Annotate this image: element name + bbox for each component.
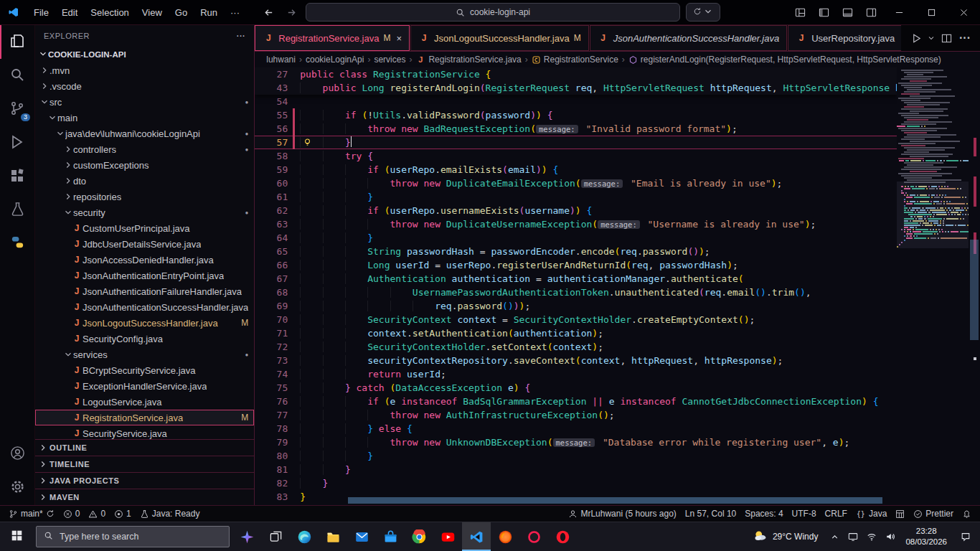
run-task-control[interactable] — [686, 3, 720, 22]
taskbar-app-widgets[interactable] — [232, 522, 261, 551]
display-icon[interactable] — [844, 532, 862, 542]
table-status[interactable] — [891, 506, 909, 522]
activity-search[interactable] — [0, 59, 34, 93]
code-line-69[interactable]: 69 req.password())); — [255, 299, 897, 313]
code-line-62[interactable]: 62 if (userRepo.usernameExists(username)… — [255, 204, 897, 217]
code-line-54[interactable]: 54 — [255, 95, 897, 108]
section-outline[interactable]: OUTLINE — [35, 439, 254, 456]
run-dropdown-icon[interactable] — [927, 33, 936, 43]
code-line-43[interactable]: 43 public Long registerAndLogin(Register… — [255, 81, 897, 95]
code-line-66[interactable]: 66 Long userId = userRepo.registerUserAn… — [255, 258, 897, 272]
tree-item-repositories[interactable]: repositories — [35, 189, 254, 204]
activity-accounts[interactable] — [0, 438, 34, 471]
code-line-67[interactable]: 67 Authentication authentication = authe… — [255, 272, 897, 286]
tree-item-exceptionhandlerservice-java[interactable]: JExceptionHandlerService.java — [35, 378, 254, 394]
code-line-60[interactable]: 60 throw new DuplicateEmailException(mes… — [255, 176, 897, 190]
command-center[interactable]: cookie-login-api — [306, 3, 680, 22]
back-icon[interactable] — [260, 7, 277, 18]
tab-userrepository-java[interactable]: JUserRepository.java — [788, 25, 901, 51]
eol-sequence[interactable]: CRLF — [821, 506, 852, 522]
tree-item-securityconfig-java[interactable]: JSecurityConfig.java — [35, 331, 254, 347]
code-line-76[interactable]: 76 if (e instanceof BadSqlGrammarExcepti… — [255, 395, 897, 408]
tree-item-java-dev-luhwani-cookieloginapi[interactable]: java\dev\luhwani\cookieLoginApi● — [35, 126, 254, 141]
activity-run-debug[interactable] — [0, 126, 34, 160]
notifications[interactable] — [958, 506, 976, 522]
taskbar-app-chrome[interactable] — [405, 522, 433, 551]
taskbar-app-youtube[interactable] — [433, 522, 462, 551]
sidebar-more-actions[interactable]: ··· — [237, 32, 246, 40]
tree-item-vscode[interactable]: .vscode — [35, 78, 254, 94]
split-editor-button[interactable] — [938, 33, 954, 44]
code-line-79[interactable]: 79 throw new UnknownDBException(message:… — [255, 435, 897, 449]
tree-item-registrationservice-java[interactable]: JRegistrationService.javaM — [35, 410, 254, 425]
activity-settings[interactable] — [0, 471, 34, 505]
taskbar-app-edge[interactable] — [290, 522, 319, 551]
code-line-56[interactable]: 56 throw new BadRequestException(message… — [255, 122, 897, 136]
tree-item-jsonauthenticationentrypoint-java[interactable]: JJsonAuthenticationEntryPoint.java — [35, 268, 254, 283]
code-line-59[interactable]: 59 if (userRepo.emailExists(email)) { — [255, 163, 897, 176]
code-line-63[interactable]: 63 throw new DuplicateUsernameException(… — [255, 217, 897, 231]
activity-python[interactable] — [0, 227, 34, 261]
errors[interactable]: 0 — [59, 506, 85, 522]
tree-item-dto[interactable]: dto — [35, 173, 254, 189]
tree-item-mvn[interactable]: .mvn — [35, 62, 254, 78]
run-java-button[interactable] — [908, 33, 924, 44]
tree-item-controllers[interactable]: controllers● — [35, 141, 254, 157]
start-button[interactable] — [0, 522, 33, 551]
tab-jsonauthenticationsuccesshandler-java[interactable]: JJsonAuthenticationSuccessHandler.java — [590, 25, 788, 51]
minimap-slider[interactable] — [897, 182, 969, 248]
minimap[interactable] — [897, 67, 969, 505]
git-commit-info[interactable]: MrLuhwani (5 hours ago) — [564, 506, 680, 522]
code-line-68[interactable]: 68 UsernamePasswordAuthenticationToken.u… — [255, 286, 897, 299]
code-line-72[interactable]: 72 SecurityContextHolder.setContext(cont… — [255, 340, 897, 354]
taskbar-app-mail[interactable] — [347, 522, 376, 551]
code-line-65[interactable]: 65 String passwordHash = passwordEncoder… — [255, 245, 897, 258]
breadcrumb-registrationservice[interactable]: RegistrationService — [532, 55, 618, 65]
taskbar-weather[interactable]: 29°C Windy — [745, 522, 826, 551]
tree-item-customexceptions[interactable]: customExceptions — [35, 157, 254, 173]
hidden-icons-chevron[interactable] — [825, 532, 844, 542]
tree-item-services[interactable]: services● — [35, 347, 254, 362]
branch-status[interactable]: main* — [4, 506, 59, 522]
volume-icon[interactable] — [881, 532, 900, 542]
editor[interactable]: 27public class RegistrationService {43 p… — [255, 67, 980, 505]
tree-root[interactable]: COOKIE-LOGIN-API — [35, 47, 254, 62]
breadcrumb-luhwani[interactable]: luhwani — [266, 55, 296, 65]
code-line-71[interactable]: 71 context.setAuthentication(authenticat… — [255, 326, 897, 340]
section-maven[interactable]: MAVEN — [35, 489, 254, 505]
info-count[interactable]: 1 — [110, 506, 136, 522]
tree-item-jsonauthenticationfailurehandler-java[interactable]: JJsonAuthenticationFailureHandler.java — [35, 283, 254, 299]
code-line-55[interactable]: 55 if (!Utils.validPassword(password)) { — [255, 108, 897, 122]
tree-item-main[interactable]: main — [35, 110, 254, 126]
breadcrumb-cookieloginapi[interactable]: cookieLoginApi — [306, 55, 364, 65]
taskbar-app-task-view[interactable] — [261, 522, 290, 551]
wifi-icon[interactable] — [862, 532, 881, 542]
indentation[interactable]: Spaces: 4 — [740, 506, 787, 522]
clock[interactable]: 23:28 08/03/2026 — [900, 526, 953, 547]
tab-jsonlogoutsuccesshandler-java[interactable]: JJsonLogoutSuccessHandler.javaM — [410, 25, 589, 51]
tree-item-jdbcuserdetailsservice-java[interactable]: JJdbcUserDetailsService.java — [35, 236, 254, 252]
section-timeline[interactable]: TIMELINE — [35, 456, 254, 472]
tree-item-securityservice-java[interactable]: JSecurityService.java — [35, 425, 254, 439]
code-line-73[interactable]: 73 securityContextRepository.saveContext… — [255, 354, 897, 367]
tree-item-jsonauthenticationsuccesshandler-java[interactable]: JJsonAuthenticationSuccessHandler.java — [35, 299, 254, 315]
section-java-projects[interactable]: JAVA PROJECTS — [35, 472, 254, 489]
taskbar-app-opera-gx[interactable] — [519, 522, 548, 551]
forward-icon[interactable] — [283, 7, 300, 18]
activity-source-control[interactable]: 3 — [0, 93, 34, 126]
language-mode[interactable]: {}Java — [852, 506, 891, 522]
cursor-position[interactable]: Ln 57, Col 10 — [681, 506, 740, 522]
code-line-74[interactable]: 74 return userId; — [255, 367, 897, 381]
code-line-75[interactable]: 75 } catch (DataAccessException e) { — [255, 381, 897, 395]
code-line-77[interactable]: 77 throw new AuthInfrastructureException… — [255, 408, 897, 422]
taskbar-search[interactable]: Type here to search — [36, 526, 230, 547]
tab-registrationservice-java[interactable]: JRegistrationService.javaM× — [255, 25, 410, 51]
encoding[interactable]: UTF-8 — [788, 506, 821, 522]
code-line-57[interactable]: 57 } — [255, 136, 897, 149]
activity-explorer[interactable] — [0, 25, 34, 59]
tree-item-bcryptsecurityservice-java[interactable]: JBCryptSecurityService.java — [35, 362, 254, 378]
taskbar-app-opera[interactable] — [548, 522, 577, 551]
tree-item-src[interactable]: src● — [35, 94, 254, 110]
activity-extensions[interactable] — [0, 160, 34, 194]
warnings[interactable]: 0 — [84, 506, 110, 522]
